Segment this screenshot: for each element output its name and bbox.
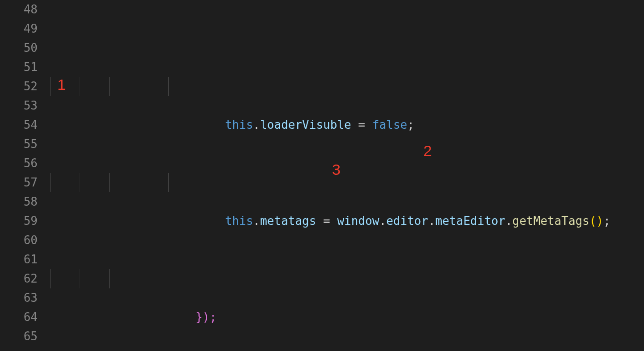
line-number: 56 xyxy=(9,154,38,173)
line-number: 53 xyxy=(9,96,38,115)
code-line[interactable]: this.metatags = window.editor.metaEditor… xyxy=(50,173,644,192)
glyph-margin xyxy=(0,0,9,351)
line-number: 57 xyxy=(9,173,38,192)
line-number: 65 xyxy=(9,327,38,346)
line-number: 58 xyxy=(9,192,38,211)
line-number: 63 xyxy=(9,288,38,308)
line-number-gutter: 484950515253545556575859606162636465 xyxy=(9,0,50,351)
line-number: 55 xyxy=(9,135,38,154)
line-number: 48 xyxy=(9,0,38,19)
code-content[interactable]: this.loaderVisuble = false; this.metatag… xyxy=(50,0,644,351)
line-number: 59 xyxy=(9,211,38,231)
line-number: 54 xyxy=(9,115,38,135)
line-number: 49 xyxy=(9,19,38,38)
code-line[interactable]: this.loaderVisuble = false; xyxy=(50,77,644,96)
line-number: 51 xyxy=(9,58,38,77)
line-number: 64 xyxy=(9,308,38,327)
line-number: 62 xyxy=(9,269,38,288)
line-number: 60 xyxy=(9,231,38,250)
line-number: 52 xyxy=(9,77,38,96)
code-editor[interactable]: 484950515253545556575859606162636465 thi… xyxy=(0,0,644,351)
line-number: 61 xyxy=(9,250,38,269)
code-line[interactable]: }); xyxy=(50,269,644,288)
line-number: 50 xyxy=(9,38,38,58)
